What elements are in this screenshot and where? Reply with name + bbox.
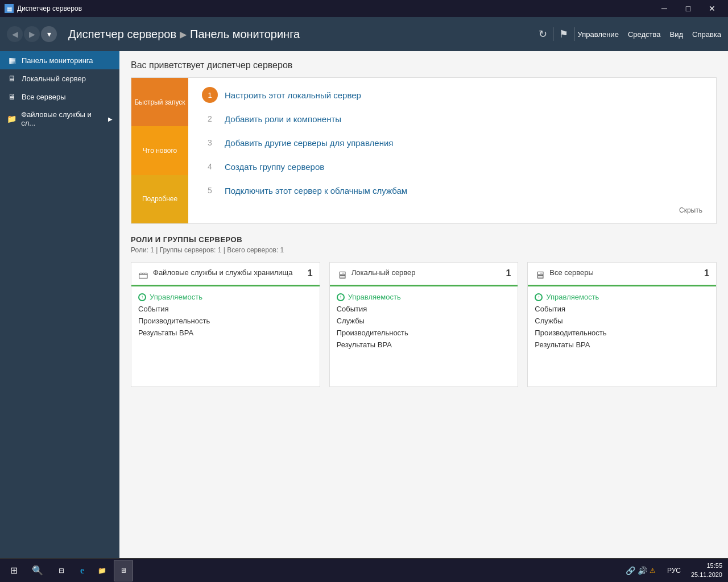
titlebar: ▦ Диспетчер серверов ─ □ ✕	[0, 0, 728, 17]
role-card-file-services: 🗃 Файловые службы и службы хранилища 1 У…	[131, 262, 320, 387]
role-row-bpa-2[interactable]: Результаты BPA	[337, 339, 511, 351]
qs-step-4: 4 Создать группу серверов	[202, 159, 702, 174]
step-link-2[interactable]: Добавить роли и компоненты	[225, 114, 341, 124]
sidebar-item-label: Локальный сервер	[22, 74, 86, 83]
titlebar-left: ▦ Диспетчер серверов	[5, 4, 82, 13]
qs-block-quickstart[interactable]: Быстрый запуск	[131, 78, 188, 126]
language-indicator[interactable]: РУС	[665, 567, 683, 575]
role-row-services-2[interactable]: Службы	[337, 315, 511, 327]
step-num-1: 1	[202, 87, 218, 103]
status-circle-1	[138, 293, 146, 301]
main-layout: ▦ Панель мониторинга 🖥 Локальный сервер …	[0, 51, 728, 558]
sidebar: ▦ Панель мониторинга 🖥 Локальный сервер …	[0, 51, 119, 558]
breadcrumb-sub[interactable]: Панель мониторинга	[190, 28, 300, 41]
sidebar-item-dashboard[interactable]: ▦ Панель мониторинга	[0, 51, 119, 69]
toolbar-right: ↻ ⚑ Управление Средства Вид Справка	[536, 27, 721, 41]
file-services-card-icon: 🗃	[138, 269, 148, 281]
time-display: 15:55	[691, 562, 722, 570]
role-row-performance-3[interactable]: Производительность	[535, 327, 709, 339]
step-num-5: 5	[202, 182, 218, 198]
step-link-1[interactable]: Настроить этот локальный сервер	[225, 90, 361, 100]
ie-icon: e	[80, 566, 84, 576]
breadcrumb: Диспетчер серверов ▶ Панель мониторинга	[68, 28, 300, 41]
back-button[interactable]: ◀	[7, 26, 23, 42]
refresh-icon[interactable]: ↻	[536, 28, 549, 40]
search-icon: 🔍	[32, 565, 43, 576]
date-display: 25.11.2020	[691, 571, 722, 579]
role-row-manageability-2[interactable]: Управляемость	[337, 291, 511, 303]
qs-steps: 1 Настроить этот локальный сервер 2 Доба…	[188, 78, 716, 223]
maximize-button[interactable]: □	[677, 0, 700, 17]
toolbar: ◀ ▶ ▾ Диспетчер серверов ▶ Панель монито…	[0, 17, 728, 51]
menu-help[interactable]: Справка	[692, 30, 721, 39]
sidebar-item-file-services[interactable]: 📁 Файловые службы и сл... ▶	[0, 106, 119, 132]
warning-icon: ⚠	[650, 567, 656, 575]
taskview-button[interactable]: ⊟	[50, 560, 73, 581]
role-card-title-1[interactable]: Файловые службы и службы хранилища	[153, 268, 292, 278]
menu-manage[interactable]: Управление	[578, 30, 619, 39]
local-server-icon: 🖥	[7, 74, 17, 83]
role-row-events-3[interactable]: События	[535, 303, 709, 315]
toolbar-separator2	[574, 27, 574, 41]
forward-button[interactable]: ▶	[24, 26, 40, 42]
step-num-3: 3	[202, 135, 218, 151]
roles-grid: 🗃 Файловые службы и службы хранилища 1 У…	[131, 262, 717, 387]
system-tray: 🔗 🔊 ⚠	[621, 566, 660, 575]
role-row-bpa-3[interactable]: Результаты BPA	[535, 339, 709, 351]
sidebar-item-local-server[interactable]: 🖥 Локальный сервер	[0, 69, 119, 88]
role-row-services-3[interactable]: Службы	[535, 315, 709, 327]
role-card-title-3[interactable]: Все серверы	[549, 268, 594, 278]
sidebar-item-all-servers[interactable]: 🖥 Все серверы	[0, 88, 119, 106]
step-num-4: 4	[202, 159, 218, 174]
step-num-2: 2	[202, 111, 218, 127]
qs-block-more[interactable]: Подробнее	[131, 175, 188, 223]
expand-icon: ▶	[108, 116, 113, 122]
role-row-manageability-3[interactable]: Управляемость	[535, 291, 709, 303]
sidebar-item-label: Все серверы	[22, 93, 66, 101]
toolbar-menu: Управление Средства Вид Справка	[578, 30, 721, 39]
role-card-body-2: Управляемость События Службы Производите…	[330, 286, 518, 355]
taskbar-right: 🔗 🔊 ⚠ РУС 15:55 25.11.2020	[621, 562, 726, 579]
role-card-all-servers: 🖥 Все серверы 1 Управляемость События	[527, 262, 717, 387]
content-area: Вас приветствует диспетчер серверов Быст…	[119, 51, 728, 558]
role-row-performance-1[interactable]: Производительность	[138, 315, 313, 327]
role-row-events-2[interactable]: События	[337, 303, 511, 315]
role-card-title-2[interactable]: Локальный сервер	[351, 268, 416, 278]
roles-section: РОЛИ И ГРУППЫ СЕРВЕРОВ Роли: 1 | Группы …	[131, 235, 717, 387]
step-link-5[interactable]: Подключить этот сервер к облачным служба…	[225, 186, 407, 196]
role-card-body-3: Управляемость События Службы Производите…	[528, 286, 716, 355]
menu-tools[interactable]: Средства	[628, 30, 661, 39]
close-button[interactable]: ✕	[701, 0, 723, 17]
network-icon: 🔗	[626, 566, 635, 575]
taskbar-ie[interactable]: e	[74, 560, 90, 581]
flag-icon[interactable]: ⚑	[557, 28, 570, 40]
titlebar-controls: ─ □ ✕	[653, 0, 723, 17]
step-link-4[interactable]: Создать группу серверов	[225, 162, 324, 172]
step-link-3[interactable]: Добавить другие серверы для управления	[225, 138, 393, 148]
role-row-bpa-1[interactable]: Результаты BPA	[138, 327, 313, 339]
dropdown-button[interactable]: ▾	[41, 26, 57, 42]
taskbar-server-manager[interactable]: 🖥	[114, 560, 133, 581]
start-button[interactable]: ⊞	[2, 560, 25, 581]
role-row-performance-2[interactable]: Производительность	[337, 327, 511, 339]
qs-step-1: 1 Настроить этот локальный сервер	[202, 87, 702, 103]
role-row-events-1[interactable]: События	[138, 303, 313, 315]
explorer-icon: 📁	[98, 567, 106, 575]
hide-button[interactable]: Скрыть	[202, 206, 702, 214]
roles-section-title: РОЛИ И ГРУППЫ СЕРВЕРОВ	[131, 235, 717, 244]
breadcrumb-main[interactable]: Диспетчер серверов	[68, 28, 176, 41]
search-button[interactable]: 🔍	[26, 560, 49, 581]
minimize-button[interactable]: ─	[653, 0, 676, 17]
titlebar-icon: ▦	[5, 4, 14, 13]
menu-view[interactable]: Вид	[669, 30, 683, 39]
breadcrumb-arrow: ▶	[180, 29, 187, 40]
role-card-body-1: Управляемость События Производительность…	[131, 286, 320, 343]
clock: 15:55 25.11.2020	[688, 562, 726, 579]
qs-block-whatsnew[interactable]: Что нового	[131, 126, 188, 174]
taskbar-explorer[interactable]: 📁	[92, 560, 113, 581]
role-row-manageability-1[interactable]: Управляемость	[138, 291, 313, 303]
role-card-title-area-2: 🖥 Локальный сервер	[337, 268, 416, 281]
role-card-count-3: 1	[704, 268, 709, 278]
qs-left-blocks: Быстрый запуск Что нового Подробнее	[131, 78, 188, 223]
volume-icon: 🔊	[638, 566, 647, 575]
